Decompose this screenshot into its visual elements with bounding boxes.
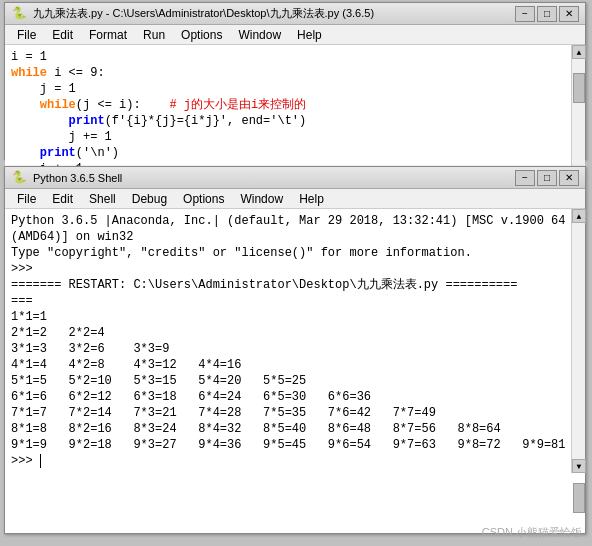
shell-prompt-2[interactable]: >>> xyxy=(11,453,579,469)
shell-title: Python 3.6.5 Shell xyxy=(33,172,515,184)
editor-menu-bar: File Edit Format Run Options Window Help xyxy=(5,25,585,45)
shell-body: Python 3.6.5 |Anaconda, Inc.| (default, … xyxy=(5,209,585,473)
code-line-4: while(j <= i): # j的大小是由i来控制的 xyxy=(11,97,579,113)
editor-title-bar[interactable]: 🐍 九九乘法表.py - C:\Users\Administrator\Desk… xyxy=(5,3,585,25)
shell-scrollbar[interactable]: ▲ ▼ xyxy=(571,209,585,473)
shell-out-2: 2*1=2 2*2=4 xyxy=(11,325,579,341)
shell-scroll-thumb[interactable] xyxy=(573,483,585,513)
shell-close-button[interactable]: ✕ xyxy=(559,170,579,186)
shell-scroll-down[interactable]: ▼ xyxy=(572,459,586,473)
close-button[interactable]: ✕ xyxy=(559,6,579,22)
shell-restart: ======= RESTART: C:\Users\Administrator\… xyxy=(11,277,579,293)
scroll-up-arrow[interactable]: ▲ xyxy=(572,45,586,59)
shell-output[interactable]: Python 3.6.5 |Anaconda, Inc.| (default, … xyxy=(5,209,585,473)
shell-out-8: 8*1=8 8*2=16 8*3=24 8*4=32 8*5=40 8*6=48… xyxy=(11,421,579,437)
shell-header-1: Python 3.6.5 |Anaconda, Inc.| (default, … xyxy=(11,213,579,229)
shell-header-2: (AMD64)] on win32 xyxy=(11,229,579,245)
editor-body: i = 1 while i <= 9: j = 1 while(j <= i):… xyxy=(5,45,585,181)
shell-scroll-up[interactable]: ▲ xyxy=(572,209,586,223)
code-editor[interactable]: i = 1 while i <= 9: j = 1 while(j <= i):… xyxy=(5,45,585,181)
shell-title-bar[interactable]: 🐍 Python 3.6.5 Shell − □ ✕ xyxy=(5,167,585,189)
maximize-button[interactable]: □ xyxy=(537,6,557,22)
shell-menu-shell[interactable]: Shell xyxy=(81,189,124,208)
shell-menu-help[interactable]: Help xyxy=(291,189,332,208)
shell-prompt-1: >>> xyxy=(11,261,579,277)
shell-out-5: 5*1=5 5*2=10 5*3=15 5*4=20 5*5=25 xyxy=(11,373,579,389)
menu-run[interactable]: Run xyxy=(135,25,173,44)
editor-scrollbar[interactable]: ▲ ▼ xyxy=(571,45,585,181)
shell-menu-file[interactable]: File xyxy=(9,189,44,208)
watermark: CSDN 小熊猫爱恰饭 xyxy=(482,525,582,540)
shell-out-3: 3*1=3 3*2=6 3*3=9 xyxy=(11,341,579,357)
code-line-5: print(f'{i}*{j}={i*j}', end='\t') xyxy=(11,113,579,129)
minimize-button[interactable]: − xyxy=(515,6,535,22)
menu-window[interactable]: Window xyxy=(230,25,289,44)
menu-help[interactable]: Help xyxy=(289,25,330,44)
shell-out-7: 7*1=7 7*2=14 7*3=21 7*4=28 7*5=35 7*6=42… xyxy=(11,405,579,421)
shell-menu-debug[interactable]: Debug xyxy=(124,189,175,208)
shell-menu-edit[interactable]: Edit xyxy=(44,189,81,208)
shell-menu-options[interactable]: Options xyxy=(175,189,232,208)
shell-menu-bar: File Edit Shell Debug Options Window Hel… xyxy=(5,189,585,209)
shell-controls: − □ ✕ xyxy=(515,170,579,186)
shell-out-6: 6*1=6 6*2=12 6*3=18 6*4=24 6*5=30 6*6=36 xyxy=(11,389,579,405)
shell-menu-window[interactable]: Window xyxy=(232,189,291,208)
code-line-1: i = 1 xyxy=(11,49,579,65)
menu-edit[interactable]: Edit xyxy=(44,25,81,44)
code-line-6: j += 1 xyxy=(11,129,579,145)
code-line-3: j = 1 xyxy=(11,81,579,97)
code-line-2: while i <= 9: xyxy=(11,65,579,81)
shell-out-1: 1*1=1 xyxy=(11,309,579,325)
shell-maximize-button[interactable]: □ xyxy=(537,170,557,186)
shell-minimize-button[interactable]: − xyxy=(515,170,535,186)
menu-format[interactable]: Format xyxy=(81,25,135,44)
shell-header-3: Type "copyright", "credits" or "license(… xyxy=(11,245,579,261)
code-line-7: print('\n') xyxy=(11,145,579,161)
menu-options[interactable]: Options xyxy=(173,25,230,44)
shell-window: 🐍 Python 3.6.5 Shell − □ ✕ File Edit She… xyxy=(4,166,586,534)
shell-equals: === xyxy=(11,293,579,309)
scroll-thumb[interactable] xyxy=(573,73,585,103)
editor-title: 九九乘法表.py - C:\Users\Administrator\Deskto… xyxy=(33,6,515,21)
menu-file[interactable]: File xyxy=(9,25,44,44)
shell-out-4: 4*1=4 4*2=8 4*3=12 4*4=16 xyxy=(11,357,579,373)
editor-controls: − □ ✕ xyxy=(515,6,579,22)
shell-out-9: 9*1=9 9*2=18 9*3=27 9*4=36 9*5=45 9*6=54… xyxy=(11,437,579,453)
editor-window: 🐍 九九乘法表.py - C:\Users\Administrator\Desk… xyxy=(4,2,586,160)
shell-icon: 🐍 xyxy=(11,170,27,186)
editor-icon: 🐍 xyxy=(11,6,27,22)
